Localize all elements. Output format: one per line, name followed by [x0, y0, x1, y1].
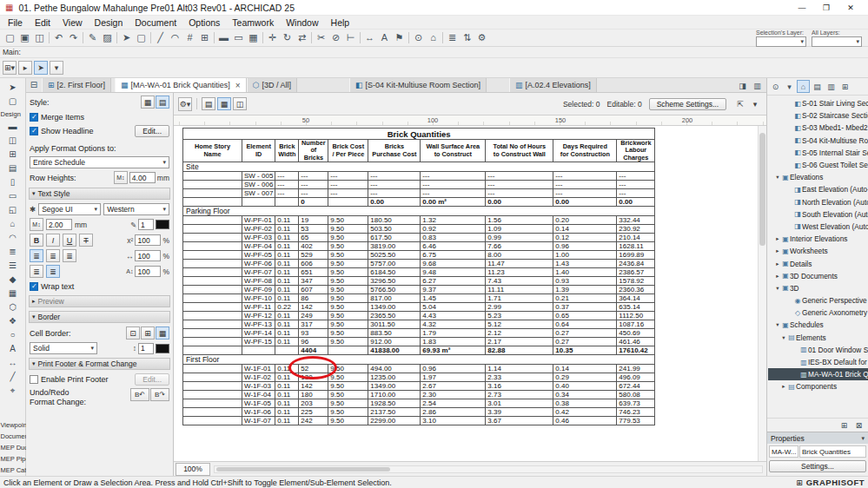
- adjust-icon[interactable]: ⊢: [343, 30, 358, 45]
- value-cell[interactable]: 607: [299, 286, 328, 294]
- value-cell[interactable]: 11.23: [486, 268, 553, 277]
- snap-icon[interactable]: ⊞: [197, 30, 212, 45]
- expander-icon[interactable]: ▸: [780, 383, 787, 390]
- value-cell[interactable]: 503.50: [368, 225, 421, 234]
- value-cell[interactable]: W-1F-05: [242, 399, 275, 408]
- value-cell[interactable]: 0.27: [553, 338, 617, 346]
- value-cell[interactable]: 9.50: [328, 417, 368, 425]
- font-size-input[interactable]: 2.00: [46, 219, 72, 230]
- border-section-header[interactable]: ▾ Border: [29, 311, 170, 323]
- value-cell[interactable]: W-PF-10: [242, 294, 275, 303]
- value-cell[interactable]: 5766.50: [368, 286, 421, 294]
- row-height-icon[interactable]: M↕: [114, 171, 128, 184]
- expander-icon[interactable]: ▾: [774, 285, 781, 292]
- mesh-icon[interactable]: ▦: [246, 30, 261, 45]
- expander-icon[interactable]: ▸: [774, 273, 781, 280]
- value-cell[interactable]: 9.50: [328, 303, 368, 312]
- menu-help[interactable]: Help: [325, 17, 356, 28]
- border-outline-icon[interactable]: ⊞: [141, 326, 155, 340]
- value-cell[interactable]: W-1F-06: [242, 408, 275, 417]
- value-cell[interactable]: 6.27: [421, 277, 486, 286]
- property-value[interactable]: Brick Quantities: [799, 445, 866, 458]
- value-cell[interactable]: 1.43: [553, 260, 617, 268]
- tree-item-01-door-window-sch[interactable]: ▥01 Door Window Sch: [768, 344, 868, 356]
- rotate-icon[interactable]: ↻: [280, 30, 295, 45]
- value-cell[interactable]: 2386.57: [617, 268, 655, 277]
- tab-overview-icon[interactable]: ⊟: [26, 78, 42, 92]
- value-cell[interactable]: ---: [486, 172, 553, 181]
- expander-icon[interactable]: ▸: [774, 247, 781, 254]
- value-cell[interactable]: 0.40: [553, 382, 617, 391]
- value-cell[interactable]: 0.11: [275, 242, 299, 251]
- menu-window[interactable]: Window: [280, 17, 324, 28]
- value-cell[interactable]: 1.45: [421, 294, 486, 303]
- apply-format-dropdown[interactable]: Entire Schedule: [30, 156, 169, 168]
- zoom-icon[interactable]: ⊙: [411, 30, 426, 45]
- tree-item-s-05-internal-stair-sec[interactable]: ◧S-05 Internal Stair Sec: [768, 147, 868, 159]
- selection-layer-dropdown[interactable]: [756, 36, 806, 47]
- value-cell[interactable]: 0.12: [553, 234, 617, 242]
- line-tool-icon[interactable]: ╱: [3, 370, 23, 384]
- value-cell[interactable]: 1628.11: [617, 242, 655, 251]
- value-cell[interactable]: ---: [486, 189, 553, 198]
- value-cell[interactable]: 580.08: [617, 391, 655, 399]
- schedule-gear-icon[interactable]: ⚙▾: [178, 97, 192, 111]
- value-cell[interactable]: 9.50: [328, 391, 368, 399]
- value-cell[interactable]: W-PF-02: [242, 225, 275, 234]
- value-cell[interactable]: 0.11: [275, 294, 299, 303]
- palette-label-1[interactable]: Documen: [0, 431, 26, 442]
- value-cell[interactable]: 461.46: [617, 338, 655, 346]
- camera-tool-icon[interactable]: ⌖: [3, 384, 23, 398]
- shell-tool-icon[interactable]: ◠: [3, 231, 23, 245]
- arrow-current-tool-icon[interactable]: ➤: [34, 61, 48, 75]
- menu-file[interactable]: File: [2, 17, 29, 28]
- expander-icon[interactable]: ▾: [774, 174, 781, 181]
- headline-edit-button[interactable]: Edit...: [135, 125, 169, 137]
- value-cell[interactable]: 2137.50: [368, 408, 421, 417]
- lamp-tool-icon[interactable]: ○: [3, 328, 23, 342]
- value-cell[interactable]: 9.68: [421, 260, 486, 268]
- value-cell[interactable]: 180: [299, 391, 328, 399]
- settings-button[interactable]: Settings...: [769, 460, 866, 472]
- value-cell[interactable]: 3.10: [421, 417, 486, 425]
- favorite-font-icon[interactable]: ✱: [30, 205, 36, 214]
- value-cell[interactable]: 9.50: [328, 408, 368, 417]
- value-cell[interactable]: 746.23: [617, 408, 655, 417]
- value-cell[interactable]: 635.14: [617, 303, 655, 312]
- eraser-icon[interactable]: ▨: [100, 30, 115, 45]
- palette-label-4[interactable]: MEP Cab: [0, 465, 26, 476]
- pen-icon[interactable]: ✎: [85, 30, 100, 45]
- zone-tool-icon[interactable]: ⬡: [3, 300, 23, 314]
- mirror-icon[interactable]: ⇄: [295, 30, 309, 45]
- value-cell[interactable]: ---: [368, 181, 421, 189]
- value-cell[interactable]: 0.96: [553, 242, 617, 251]
- valign-top-button[interactable]: ≣: [30, 265, 43, 278]
- value-cell[interactable]: 2.30: [421, 391, 486, 399]
- tree-item-3d-documents[interactable]: ▸▣3D Documents: [768, 270, 868, 282]
- value-cell[interactable]: 0.11: [275, 260, 299, 268]
- value-cell[interactable]: 779.53: [617, 417, 655, 425]
- preview-section-header[interactable]: ▸ Preview: [29, 295, 170, 307]
- value-cell[interactable]: 1710.00: [368, 391, 421, 399]
- value-cell[interactable]: 1.71: [486, 294, 553, 303]
- value-cell[interactable]: 19: [299, 216, 328, 225]
- value-cell[interactable]: 2.54: [421, 399, 486, 408]
- value-cell[interactable]: 3.01: [486, 399, 553, 408]
- stair-tool-icon[interactable]: ≣: [3, 245, 23, 259]
- value-cell[interactable]: W-1F-02: [242, 373, 275, 382]
- border-color-swatch[interactable]: [156, 344, 169, 353]
- print-footer-section-header[interactable]: ▾ Print Footer & Format Change: [29, 358, 170, 370]
- dropdown-icon[interactable]: ▾: [783, 80, 796, 93]
- value-cell[interactable]: 9.50: [328, 286, 368, 294]
- project-chooser-icon[interactable]: ⊙: [769, 80, 782, 93]
- value-cell[interactable]: 0.22: [275, 303, 299, 312]
- marquee-tool-icon[interactable]: ▢: [3, 95, 23, 109]
- grid-icon[interactable]: #: [182, 30, 197, 45]
- value-cell[interactable]: 0.11: [275, 277, 299, 286]
- value-cell[interactable]: 9.50: [328, 329, 368, 338]
- split-icon[interactable]: ⊘: [328, 30, 343, 45]
- vertical-scrollbar-thumb[interactable]: [759, 133, 765, 246]
- tree-item-generic-axonometry[interactable]: ◇Generic Axonometry: [768, 307, 868, 319]
- border-pen-input[interactable]: 1: [138, 343, 154, 354]
- value-cell[interactable]: W-1F-07: [242, 417, 275, 425]
